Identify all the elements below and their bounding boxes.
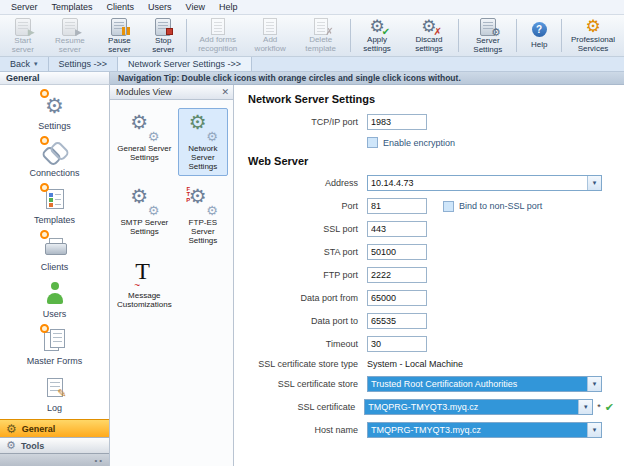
professional-services-button[interactable]: ⚙ Professional Services xyxy=(564,16,622,55)
breadcrumb-settings[interactable]: Settings ->> xyxy=(49,57,119,71)
toolbar-button-label: Delete template xyxy=(297,36,345,54)
ssl-cert-store-value: Trusted Root Certification Authorities xyxy=(368,377,587,391)
host-name-field: Host name TMQPRG-TMYQT3.myq.cz ▾ xyxy=(248,422,614,438)
delete-template-button: ✗ Delete template xyxy=(294,16,348,55)
enable-encryption-field: Enable encryption xyxy=(367,137,614,148)
toolbar-button-label: Start server xyxy=(5,37,41,55)
tcp-port-input[interactable] xyxy=(367,114,427,130)
ssl-cert-store-label: SSL certificate store xyxy=(248,379,358,389)
resume-server-icon: ▶ xyxy=(58,18,82,36)
chevron-down-icon[interactable]: ▾ xyxy=(587,423,601,437)
ftp-gears-icon: FTP xyxy=(186,186,220,216)
toolbar-button-label: Add forms recognition xyxy=(192,36,244,54)
server-settings-button[interactable]: ⚙ Server Settings xyxy=(461,16,514,55)
sidebar-item-templates[interactable]: Templates xyxy=(0,181,109,228)
ssl-certificate-field: SSL certificate TMQPRG-TMYQT3.myq.cz ▾ *… xyxy=(248,399,614,415)
module-smtp-server-settings[interactable]: SMTP Server Settings xyxy=(115,182,174,250)
menu-users[interactable]: Users xyxy=(141,1,179,13)
sidebar-item-label: Users xyxy=(43,309,67,319)
sidebar-item-master-forms[interactable]: Master Forms xyxy=(0,322,109,369)
delete-template-icon: ✗ xyxy=(309,18,333,35)
apply-settings-button[interactable]: ⚙✔ Apply settings xyxy=(353,16,402,55)
module-item-label: SMTP Server Settings xyxy=(117,218,172,236)
module-network-server-settings[interactable]: Network Server Settings xyxy=(178,108,228,176)
data-port-to-input[interactable] xyxy=(367,313,427,329)
menu-server[interactable]: Server xyxy=(4,1,45,13)
ssl-certificate-combobox[interactable]: TMQPRG-TMYQT3.myq.cz ▾ xyxy=(364,399,593,415)
help-button[interactable]: ? Help xyxy=(519,16,559,55)
back-button[interactable]: Back ▾ xyxy=(0,57,49,71)
chevron-down-icon[interactable]: ▾ xyxy=(587,377,601,391)
menu-templates[interactable]: Templates xyxy=(45,1,100,13)
data-port-from-input[interactable] xyxy=(367,290,427,306)
gears-icon xyxy=(186,112,220,142)
chevron-down-icon[interactable]: ▾ xyxy=(587,176,601,190)
navigation-tip-text: Navigation Tip: Double click icons with … xyxy=(118,73,461,83)
breadcrumb-current[interactable]: Network Server Settings ->> xyxy=(118,57,252,71)
port-input[interactable] xyxy=(367,198,427,214)
enable-encryption-checkbox[interactable] xyxy=(367,137,378,148)
toolbar-button-label: Pause server xyxy=(99,37,140,55)
module-item-label: FTP-ES Server Settings xyxy=(180,218,226,246)
orange-circle-badge xyxy=(40,230,49,239)
module-general-server-settings[interactable]: General Server Settings xyxy=(115,108,174,176)
menu-clients[interactable]: Clients xyxy=(100,1,142,13)
help-icon: ? xyxy=(527,18,551,40)
toolbar-button-label: Resume server xyxy=(47,37,94,55)
person-icon xyxy=(39,279,71,307)
host-name-combobox[interactable]: TMQPRG-TMYQT3.myq.cz ▾ xyxy=(367,422,602,438)
professional-services-icon: ⚙ xyxy=(581,18,605,35)
discard-settings-button[interactable]: ⚙✗ Discard settings xyxy=(401,16,456,55)
ssl-port-input[interactable] xyxy=(367,221,427,237)
menu-view[interactable]: View xyxy=(179,1,212,13)
pause-server-button[interactable]: Pause server xyxy=(96,16,143,55)
toolbar-separator xyxy=(516,19,517,52)
sidebar-item-settings[interactable]: ⚙ Settings xyxy=(0,87,109,134)
bind-non-ssl-checkbox[interactable] xyxy=(443,201,454,212)
timeout-input[interactable] xyxy=(367,336,427,352)
breadcrumb-settings-label: Settings ->> xyxy=(59,59,108,69)
ssl-port-field: SSL port xyxy=(248,221,614,237)
stop-server-icon xyxy=(151,18,175,36)
sidebar-item-label: Master Forms xyxy=(27,356,83,366)
module-ftp-es-server-settings[interactable]: FTP FTP-ES Server Settings xyxy=(178,182,228,250)
sidebar-collapse-strip[interactable]: •• xyxy=(0,453,109,466)
sidebar-footer-tools[interactable]: ⚙ Tools xyxy=(0,437,109,453)
data-port-from-field: Data port from xyxy=(248,290,614,306)
address-field: Address 10.14.4.73 ▾ xyxy=(248,175,614,191)
tcp-port-field: TCP/IP port xyxy=(248,114,614,130)
sidebar-item-connections[interactable]: Connections xyxy=(0,134,109,181)
chevron-down-icon[interactable]: ▾ xyxy=(578,400,592,414)
gear-icon: ⚙ xyxy=(6,423,17,435)
wrench-icon: ⚙ xyxy=(6,440,16,451)
menu-help[interactable]: Help xyxy=(212,1,245,13)
gears-icon: ⚙ xyxy=(39,91,71,119)
red-underline-icon: ~ xyxy=(134,281,140,291)
module-message-customizations[interactable]: T~ Message Customizations xyxy=(115,255,174,313)
navigation-tip: Navigation Tip: Double click icons with … xyxy=(110,72,624,85)
port-label: Port xyxy=(248,201,358,211)
stop-server-button[interactable]: Stop server xyxy=(143,16,184,55)
tcp-port-label: TCP/IP port xyxy=(248,117,358,127)
toolbar-button-label: Discard settings xyxy=(404,36,453,54)
ftp-port-input[interactable] xyxy=(367,267,427,283)
orange-circle-badge xyxy=(40,89,49,98)
close-icon[interactable]: ✕ xyxy=(221,88,229,97)
toolbar-button-label: Server Settings xyxy=(464,37,511,55)
address-combobox[interactable]: 10.14.4.73 ▾ xyxy=(367,175,602,191)
server-settings-icon: ⚙ xyxy=(476,18,500,36)
orange-circle-badge xyxy=(40,136,49,145)
overflow-dots-icon: •• xyxy=(94,456,104,465)
sidebar-item-log[interactable]: ✎ Log xyxy=(0,369,109,416)
add-forms-recognition-icon xyxy=(206,18,230,35)
toolbar: ▶ Start server ▶ Resume server Pause ser… xyxy=(0,15,624,57)
toolbar-button-label: Apply settings xyxy=(356,36,399,54)
sidebar-item-users[interactable]: Users xyxy=(0,275,109,322)
sidebar-item-label: Templates xyxy=(34,215,75,225)
settings-form: Network Server Settings TCP/IP port Enab… xyxy=(234,85,624,466)
sidebar-footer-general[interactable]: ⚙ General xyxy=(0,419,109,437)
add-forms-recognition-button: Add forms recognition xyxy=(189,16,247,55)
sidebar-item-clients[interactable]: Clients xyxy=(0,228,109,275)
sta-port-input[interactable] xyxy=(367,244,427,260)
ssl-cert-store-combobox[interactable]: Trusted Root Certification Authorities ▾ xyxy=(367,376,602,392)
